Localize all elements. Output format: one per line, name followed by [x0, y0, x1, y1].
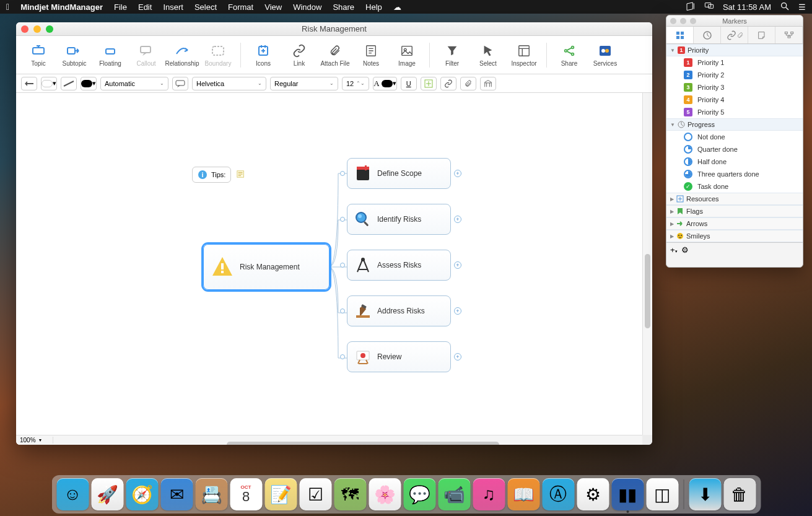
- topic-identify-risks[interactable]: Identify Risks+: [347, 204, 451, 235]
- shape-type-button[interactable]: [21, 77, 37, 90]
- dock-calendar[interactable]: OCT8: [230, 478, 262, 510]
- priority-1-item[interactable]: 1Priority 1: [666, 56, 803, 69]
- apple-menu[interactable]: : [6, 2, 9, 12]
- line-style-button[interactable]: [61, 77, 77, 90]
- library-button[interactable]: [480, 77, 496, 90]
- close-button[interactable]: [21, 25, 28, 33]
- panel-titlebar[interactable]: Markers: [666, 15, 803, 27]
- zoom-level[interactable]: 100%▼: [16, 437, 53, 444]
- toolbar-floating-button[interactable]: Floating: [93, 38, 128, 72]
- callout-shape-button[interactable]: [172, 77, 188, 90]
- line-color-button[interactable]: ▾: [81, 77, 97, 90]
- dock-photos[interactable]: 🌸: [369, 478, 401, 510]
- collapse-handle[interactable]: [340, 171, 345, 176]
- expand-handle[interactable]: +: [454, 170, 461, 177]
- toolbar-subtopic-button[interactable]: Subtopic: [57, 38, 92, 72]
- displays-icon[interactable]: [704, 1, 714, 13]
- font-family-combo[interactable]: Helvetica⌄: [192, 77, 266, 90]
- progress-1-item[interactable]: Quarter done: [666, 143, 803, 155]
- menu-view[interactable]: View: [264, 2, 282, 12]
- toolbar-attach-button[interactable]: Attach File: [318, 38, 352, 72]
- toolbar-relationship-button[interactable]: Relationship: [165, 38, 199, 72]
- shape-combo[interactable]: Automatic⌄: [100, 77, 168, 90]
- dock-maps[interactable]: 🗺: [334, 478, 366, 510]
- toolbar-filter-button[interactable]: Filter: [435, 38, 469, 72]
- toolbar-services-button[interactable]: Services: [588, 38, 622, 72]
- tab-markers[interactable]: [666, 27, 694, 43]
- collapse-handle[interactable]: [340, 308, 345, 313]
- toolbar-share-button[interactable]: Share: [552, 38, 587, 72]
- toolbar-link-button[interactable]: Link: [282, 38, 317, 72]
- font-size-combo[interactable]: 12⌃⌄: [342, 77, 369, 90]
- dock-trash[interactable]: 🗑: [723, 478, 756, 510]
- central-topic[interactable]: Risk Management: [203, 244, 330, 290]
- dock-reminders[interactable]: ☑: [299, 478, 331, 510]
- mindmap-canvas[interactable]: i Tips: Risk Management Define Scope+Ide…: [16, 93, 642, 435]
- add-marker-button[interactable]: [421, 77, 437, 90]
- font-weight-combo[interactable]: Regular⌄: [270, 77, 338, 90]
- toolbar-inspector-button[interactable]: Inspector: [507, 38, 541, 72]
- priority-4-item[interactable]: 4Priority 4: [666, 94, 803, 106]
- dock-downloads[interactable]: ⬇: [689, 478, 721, 510]
- dock-mm2[interactable]: ◫: [646, 478, 678, 510]
- dock-messages[interactable]: 💬: [403, 478, 435, 510]
- menu-extras-icon[interactable]: ☰: [798, 2, 806, 12]
- collapse-handle[interactable]: [340, 354, 345, 359]
- tips-callout[interactable]: i Tips:: [192, 167, 231, 183]
- progress-4-item[interactable]: Task done: [666, 180, 803, 193]
- menu-select[interactable]: Select: [194, 2, 217, 12]
- collapse-handle[interactable]: [340, 263, 345, 268]
- menu-window[interactable]: Window: [293, 2, 321, 12]
- progress-group-header[interactable]: ▼Progress: [666, 118, 803, 131]
- priority-2-item[interactable]: 2Priority 2: [666, 69, 803, 81]
- topic-assess-risks[interactable]: Assess Risks+: [347, 250, 451, 281]
- dock-launchpad[interactable]: 🚀: [91, 478, 123, 510]
- priority-5-item[interactable]: 5Priority 5: [666, 106, 803, 118]
- dock-facetime[interactable]: 📹: [438, 478, 470, 510]
- priority-3-item[interactable]: 3Priority 3: [666, 81, 803, 94]
- dock-safari[interactable]: 🧭: [126, 478, 158, 510]
- group-arrows-header[interactable]: ▶Arrows: [666, 217, 803, 230]
- toolbar-image-button[interactable]: Image: [390, 38, 424, 72]
- app-menu[interactable]: Mindjet MindManager: [20, 2, 103, 12]
- underline-button[interactable]: U: [401, 77, 417, 90]
- font-color-button[interactable]: A ▾: [373, 77, 396, 90]
- group-flags-header[interactable]: ▶Flags: [666, 205, 803, 217]
- toolbar-notes-button[interactable]: Notes: [354, 38, 388, 72]
- spotlight-icon[interactable]: [780, 1, 790, 13]
- group-smileys-header[interactable]: ▶Smileys: [666, 230, 803, 242]
- minimize-button[interactable]: [33, 25, 41, 33]
- tab-links[interactable]: [721, 27, 748, 43]
- toolbar-select-button[interactable]: Select: [471, 38, 505, 72]
- add-marker-group-button[interactable]: +▾: [670, 245, 678, 255]
- clock[interactable]: Sat 11:58 AM: [723, 2, 771, 12]
- expand-handle[interactable]: +: [454, 261, 461, 269]
- expand-handle[interactable]: +: [454, 307, 461, 315]
- dock-sysprefs[interactable]: ⚙: [577, 478, 609, 510]
- menu-format[interactable]: Format: [228, 2, 253, 12]
- menu-file[interactable]: File: [114, 2, 127, 12]
- topic-address-risks[interactable]: Address Risks+: [347, 295, 451, 326]
- dock-mail[interactable]: ✉: [160, 478, 193, 510]
- topic-define-scope[interactable]: Define Scope+: [347, 158, 451, 189]
- tab-notes[interactable]: [748, 27, 775, 43]
- menu-edit[interactable]: Edit: [138, 2, 152, 12]
- dock-contacts[interactable]: 📇: [195, 478, 227, 510]
- topic-review[interactable]: Review+: [347, 341, 451, 372]
- dock-itunes[interactable]: ♫: [473, 478, 505, 510]
- tab-task[interactable]: [694, 27, 721, 43]
- progress-3-item[interactable]: Three quarters done: [666, 168, 803, 180]
- toolbar-topic-button[interactable]: Topic: [21, 38, 56, 72]
- dock-finder[interactable]: ☺: [56, 478, 89, 510]
- cloud-sync-icon[interactable]: ☁︎: [393, 2, 401, 12]
- menu-share[interactable]: Share: [333, 2, 354, 12]
- vertical-scrollbar[interactable]: [642, 93, 652, 435]
- hyperlink-button[interactable]: [440, 77, 456, 90]
- progress-0-item[interactable]: Not done: [666, 131, 803, 143]
- horizontal-scrollbar[interactable]: 100%▼: [16, 435, 642, 445]
- group-resources-header[interactable]: ▶Resources: [666, 193, 803, 205]
- attachment-button[interactable]: [460, 77, 476, 90]
- tablet-icon[interactable]: [686, 1, 696, 13]
- panel-settings-button[interactable]: ⚙: [681, 245, 689, 255]
- window-titlebar[interactable]: Risk Management: [16, 22, 652, 36]
